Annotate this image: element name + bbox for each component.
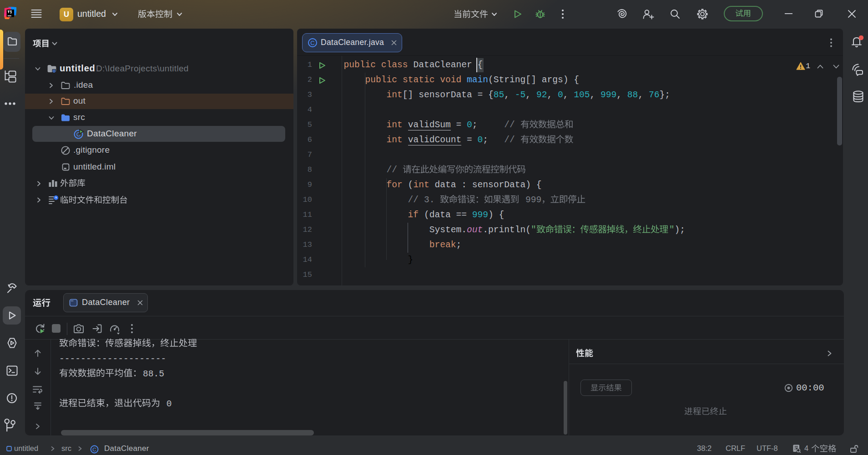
svg-text:C: C: [92, 447, 96, 452]
svg-text:C: C: [310, 40, 314, 46]
